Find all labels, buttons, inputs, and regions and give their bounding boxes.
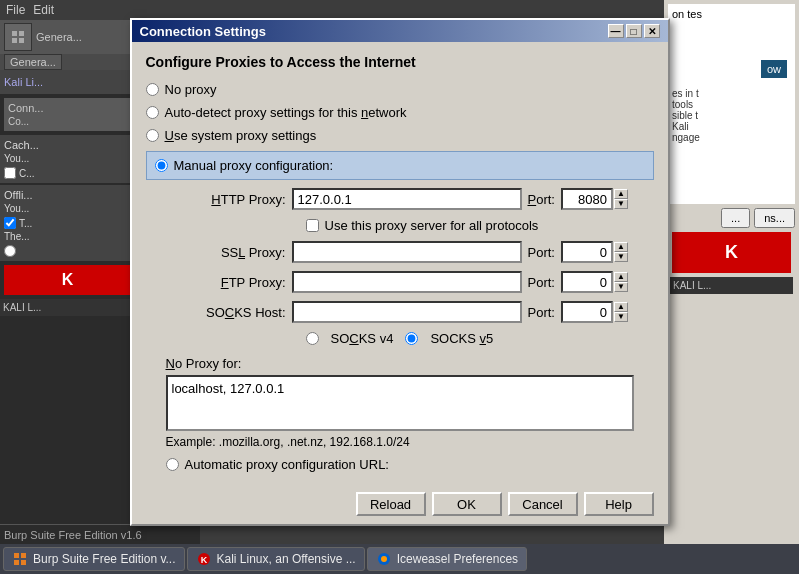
no-proxy-textarea[interactable]: localhost, 127.0.0.1 [166,375,634,431]
ssl-port-down[interactable]: ▼ [614,252,628,262]
svg-rect-4 [14,553,19,558]
taskbar-burp-label: Burp Suite Free Edition v... [33,552,176,566]
ice-taskbar-icon [376,551,392,567]
ftp-port-label: Port: [528,275,555,290]
ftp-proxy-label: FTP Proxy: [166,275,286,290]
manual-proxy-radio[interactable] [155,159,168,172]
http-port-input[interactable] [561,188,613,210]
taskbar: Burp Suite Free Edition v... K Kali Linu… [0,544,799,574]
ssl-port-spinner-btns: ▲ ▼ [614,242,628,262]
ftp-port-input[interactable] [561,271,613,293]
auto-detect-radio[interactable] [146,106,159,119]
no-proxy-for-label: No Proxy for: [146,356,654,371]
kali-icon-svg: K [197,552,211,566]
http-proxy-label: HTTP Proxy: [166,192,286,207]
manual-proxy-row: Manual proxy configuration: [155,158,645,173]
dialog-titlebar: Connection Settings — □ ✕ [132,20,668,42]
proxy-fields: HTTP Proxy: Port: ▲ ▼ Use this [146,188,654,346]
auto-detect-label: Auto-detect proxy settings for this netw… [165,105,407,120]
no-proxy-radio[interactable] [146,83,159,96]
taskbar-iceweasel[interactable]: Iceweasel Preferences [367,547,527,571]
socks-v5-radio[interactable] [405,332,418,345]
svg-rect-7 [21,560,26,565]
socks-port-down[interactable]: ▼ [614,312,628,322]
taskbar-burp[interactable]: Burp Suite Free Edition v... [3,547,185,571]
help-button[interactable]: Help [584,492,654,516]
socks-v5-label: SOCKS v5 [430,331,493,346]
ssl-port-label: Port: [528,245,555,260]
socks-version-row: SOCKS v4 SOCKS v5 [166,331,654,346]
auto-url-label: Automatic proxy configuration URL: [185,457,389,472]
ftp-port-down[interactable]: ▼ [614,282,628,292]
burp-icon-svg [13,552,27,566]
http-port-down[interactable]: ▼ [614,199,628,209]
socks-port-spinner-btns: ▲ ▼ [614,302,628,322]
ftp-port-up[interactable]: ▲ [614,272,628,282]
socks-host-input[interactable] [292,301,522,323]
no-proxy-example: Example: .mozilla.org, .net.nz, 192.168.… [146,435,654,449]
taskbar-kali[interactable]: K Kali Linux, an Offensive ... [187,547,365,571]
socks-host-row: SOCKS Host: Port: ▲ ▼ [166,301,654,323]
taskbar-ice-label: Iceweasel Preferences [397,552,518,566]
manual-proxy-label: Manual proxy configuration: [174,158,334,173]
svg-rect-5 [21,553,26,558]
http-proxy-row: HTTP Proxy: Port: ▲ ▼ [166,188,654,210]
socks-port-spinner: ▲ ▼ [561,301,628,323]
system-proxy-label: Use system proxy settings [165,128,317,143]
socks-v4-radio[interactable] [306,332,319,345]
svg-text:K: K [200,555,207,565]
dialog-title: Connection Settings [140,24,266,39]
http-port-label: Port: [528,192,555,207]
kali-taskbar-icon: K [196,551,212,567]
ftp-proxy-row: FTP Proxy: Port: ▲ ▼ [166,271,654,293]
maximize-button[interactable]: □ [626,24,642,38]
ssl-proxy-row: SSL Proxy: Port: ▲ ▼ [166,241,654,263]
reload-button[interactable]: Reload [356,492,426,516]
burp-taskbar-icon [12,551,28,567]
dialog-heading: Configure Proxies to Access the Internet [146,54,654,70]
http-port-up[interactable]: ▲ [614,189,628,199]
ssl-proxy-input[interactable] [292,241,522,263]
use-for-all-label: Use this proxy server for all protocols [325,218,539,233]
dialog-buttons: Reload OK Cancel Help [132,484,668,524]
cancel-button[interactable]: Cancel [508,492,578,516]
ssl-port-input[interactable] [561,241,613,263]
ssl-port-spinner: ▲ ▼ [561,241,628,263]
use-for-all-checkbox[interactable] [306,219,319,232]
ftp-port-spinner: ▲ ▼ [561,271,628,293]
minimize-button[interactable]: — [608,24,624,38]
auto-detect-row: Auto-detect proxy settings for this netw… [146,105,654,120]
svg-rect-6 [14,560,19,565]
no-proxy-row: No proxy [146,82,654,97]
manual-proxy-section: Manual proxy configuration: [146,151,654,180]
http-port-spinner-btns: ▲ ▼ [614,189,628,209]
ftp-port-spinner-btns: ▲ ▼ [614,272,628,292]
titlebar-buttons: — □ ✕ [608,24,660,38]
ok-button[interactable]: OK [432,492,502,516]
http-proxy-input[interactable] [292,188,522,210]
dialog-content: Configure Proxies to Access the Internet… [132,42,668,484]
socks-port-up[interactable]: ▲ [614,302,628,312]
socks-host-label: SOCKS Host: [166,305,286,320]
auto-url-radio[interactable] [166,458,179,471]
close-button[interactable]: ✕ [644,24,660,38]
taskbar-kali-label: Kali Linux, an Offensive ... [217,552,356,566]
socks-port-label: Port: [528,305,555,320]
ssl-proxy-label: SSL Proxy: [166,245,286,260]
ssl-port-up[interactable]: ▲ [614,242,628,252]
ice-icon-svg [377,552,391,566]
connection-settings-dialog: Connection Settings — □ ✕ Configure Prox… [130,18,670,526]
socks-port-input[interactable] [561,301,613,323]
http-port-spinner: ▲ ▼ [561,188,628,210]
no-proxy-label: No proxy [165,82,217,97]
system-proxy-radio[interactable] [146,129,159,142]
socks-v4-label: SOCKS v4 [331,331,394,346]
ftp-proxy-input[interactable] [292,271,522,293]
svg-point-11 [381,556,387,562]
system-proxy-row: Use system proxy settings [146,128,654,143]
use-for-all-row: Use this proxy server for all protocols [166,218,654,233]
dialog-overlay: Connection Settings — □ ✕ Configure Prox… [0,0,799,544]
auto-url-row: Automatic proxy configuration URL: [146,457,654,472]
